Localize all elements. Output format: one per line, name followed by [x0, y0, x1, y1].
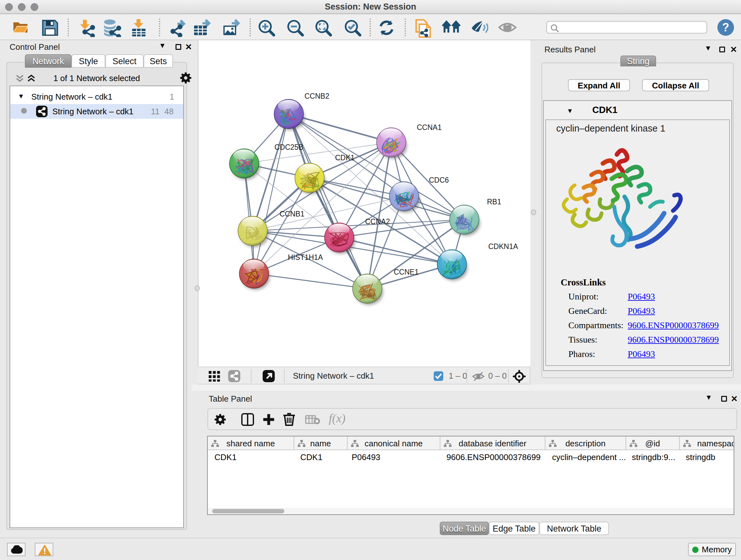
svg-text:HIST1H1A: HIST1H1A — [288, 253, 323, 261]
svg-text:CCNE1: CCNE1 — [394, 268, 419, 276]
svg-text:CDKN1A: CDKN1A — [488, 242, 518, 251]
svg-text:CCNA2: CCNA2 — [365, 217, 390, 226]
svg-text:RB1: RB1 — [487, 198, 501, 206]
svg-text:CDC6: CDC6 — [429, 176, 449, 184]
svg-text:CCNA1: CCNA1 — [417, 123, 442, 132]
svg-text:CDK1: CDK1 — [335, 153, 354, 162]
svg-text:CCNB1: CCNB1 — [280, 210, 305, 218]
svg-text:CDC25B: CDC25B — [274, 143, 304, 151]
svg-text:CCNB2: CCNB2 — [305, 92, 329, 100]
